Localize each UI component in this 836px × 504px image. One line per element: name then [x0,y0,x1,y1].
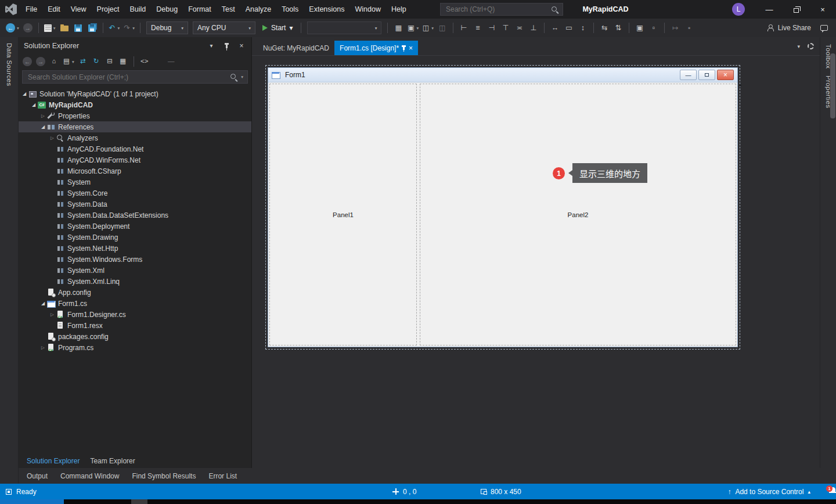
taskbar-active-app[interactable] [0,499,64,504]
tree-item[interactable]: References [19,121,251,132]
tree-item[interactable]: Program.cs [19,342,251,353]
tree-item[interactable]: AnyCAD.Foundation.Net [19,143,251,154]
bottom-panel-tab[interactable]: Output [20,472,54,480]
expander-icon[interactable] [49,135,56,141]
bottom-panel-tab[interactable]: Command Window [54,472,125,480]
restore-button[interactable] [783,0,809,19]
solution-search-input[interactable] [27,73,226,82]
align-centers-icon[interactable]: ≡ [471,21,484,35]
chevron-down-icon[interactable]: ▾ [72,59,74,64]
panel-menu-icon[interactable]: ▾ [207,41,216,51]
expander-icon[interactable] [30,102,37,107]
scrollbar-thumb[interactable] [830,53,835,118]
tree-item[interactable]: System [19,177,251,188]
chevron-down-icon[interactable]: ▾ [289,24,293,32]
lock-controls-icon[interactable]: ▪ [683,21,696,35]
tree-item[interactable]: Form1.cs [19,298,251,309]
empty-dropdown[interactable]: ▾ [307,21,381,34]
tree-item[interactable]: System.Net.Http [19,243,251,254]
user-avatar[interactable]: L [732,3,745,16]
search-input[interactable] [445,5,547,14]
se-preview-icon[interactable]: — [165,56,177,67]
solution-explorer-header[interactable]: Solution Explorer ▾ × [19,37,251,54]
chevron-down-icon[interactable]: ▾ [53,26,56,31]
menu-item[interactable]: Project [92,0,125,19]
expander-icon[interactable] [21,91,28,96]
se-collapse-all-icon[interactable]: ⊟ [104,56,116,67]
tree-item[interactable]: Solution 'MyRapidCAD' (1 of 1 project) [19,88,251,99]
editor-tab[interactable]: NuGet: MyRapidCAD [258,41,334,55]
component-tray-icon[interactable]: ◫ [436,21,449,35]
start-debugging-button[interactable]: Start ▾ [258,21,297,35]
tree-item[interactable]: System.Drawing [19,232,251,243]
tree-item[interactable]: packages.config [19,331,251,342]
se-show-all-files-icon[interactable]: ▦ [117,56,129,67]
chevron-down-icon[interactable]: ▾ [118,26,120,31]
taskbar-item[interactable] [131,499,147,504]
save-icon[interactable] [72,21,85,35]
se-view-code-icon[interactable]: <> [139,56,150,67]
tree-item[interactable]: System.Xml [19,265,251,276]
menu-item[interactable]: Build [124,0,151,19]
menu-item[interactable]: Extensions [304,0,349,19]
form-close-button[interactable]: × [717,70,734,80]
align-to-grid-icon[interactable]: ▦ [392,21,405,35]
chevron-down-icon[interactable]: ▾ [132,26,135,31]
chevron-down-icon[interactable]: ▾ [17,26,19,31]
se-sync-active-document-icon[interactable]: ⇄ [77,56,89,67]
save-all-icon[interactable] [86,21,99,35]
add-window-icon[interactable]: ◫ ▾ [421,21,435,35]
tree-item[interactable]: System.Xml.Linq [19,276,251,287]
chevron-down-icon[interactable]: ▾ [241,74,243,80]
new-project-icon[interactable]: ▾ [43,21,57,35]
menu-item[interactable]: File [20,0,42,19]
tree-item[interactable]: System.Data [19,199,251,210]
se-home-icon[interactable]: ⌂ [48,56,60,67]
quick-search-box[interactable] [440,3,563,16]
live-share-button[interactable]: Live Share [767,24,811,32]
menu-item[interactable]: View [66,0,92,19]
open-file-icon[interactable] [58,21,71,35]
expander-icon[interactable] [39,345,46,350]
expander-icon[interactable] [39,113,46,118]
navigate-forward-icon[interactable]: → [21,21,34,35]
chevron-down-icon[interactable]: ▾ [416,26,419,31]
menu-item[interactable]: Format [183,0,217,19]
se-navigate-backward-icon[interactable]: ← [21,56,33,67]
horizontal-spacing-icon[interactable]: ⇆ [598,21,611,35]
menu-item[interactable]: Edit [42,0,66,19]
align-tops-icon[interactable]: ⊤ [499,21,512,35]
tree-item[interactable]: App.config [19,287,251,298]
form-minimize-button[interactable]: — [680,70,697,80]
navigate-backward-icon[interactable]: ← ▾ [5,21,20,35]
tool-window-tab[interactable]: Team Explorer [85,455,140,468]
expander-icon[interactable] [39,301,46,306]
se-properties-icon[interactable] [152,56,164,67]
panel2[interactable]: Panel2 [420,84,736,345]
align-lefts-icon[interactable]: ⊢ [457,21,470,35]
tab-data-sources[interactable]: Data Sources [6,43,13,86]
make-same-size-icon[interactable]: ▭ [563,21,575,35]
tree-item[interactable]: System.Deployment [19,221,251,232]
se-refresh-icon[interactable]: ↻ [91,56,102,67]
make-same-width-icon[interactable]: ↔ [549,21,561,35]
tree-item[interactable]: System.Core [19,188,251,199]
send-to-back-icon[interactable]: ▫ [647,21,660,35]
platform-dropdown[interactable]: Any CPU ▾ [193,21,255,34]
expander-icon[interactable] [39,124,46,129]
pin-icon[interactable] [403,46,405,50]
feedback-icon[interactable] [820,25,828,31]
tab-order-icon[interactable]: ↦ [669,21,682,35]
tree-item[interactable]: Form1.resx [19,320,251,331]
tree-item[interactable]: AnyCAD.WinForms.Net [19,154,251,165]
chevron-down-icon[interactable]: ▾ [431,26,434,31]
form-maximize-button[interactable] [698,70,715,80]
minimize-button[interactable]: — [756,0,783,19]
designer-form-window[interactable]: Form1 — × ▸ Panel1 Panel2 1 [268,67,738,347]
panel1[interactable]: Panel1 [269,84,417,345]
tree-item[interactable]: Form1.Designer.cs [19,309,251,320]
align-bottoms-icon[interactable]: ⊥ [527,21,540,35]
make-same-height-icon[interactable]: ↕ [576,21,589,35]
close-panel-icon[interactable]: × [237,41,246,51]
menu-item[interactable]: Tools [276,0,304,19]
